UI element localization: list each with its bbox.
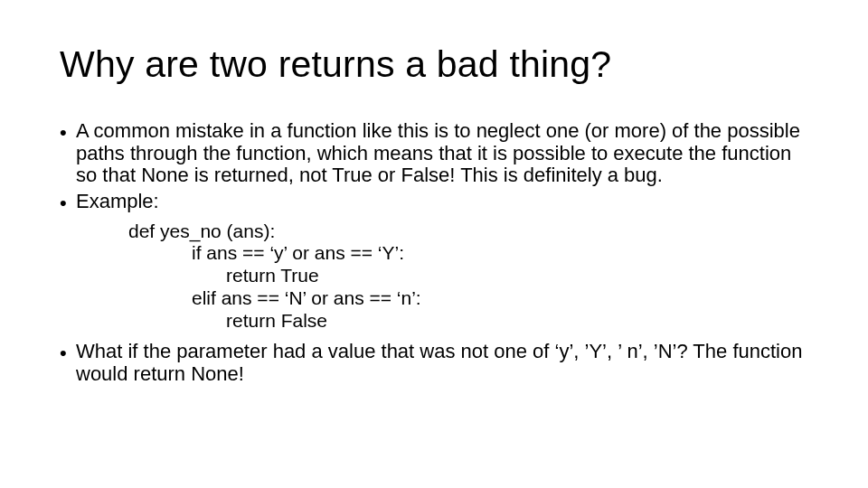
list-item: • A common mistake in a function like th… (60, 120, 808, 187)
bullet-text: Example: (76, 191, 808, 215)
list-item: • What if the parameter had a value that… (60, 341, 808, 385)
bullet-marker: • (60, 191, 76, 215)
list-item: • Example: (60, 191, 808, 215)
bullet-text: What if the parameter had a value that w… (76, 341, 808, 385)
code-line: elif ans == ‘N’ or ans == ‘n’: (128, 287, 808, 310)
bullet-marker: • (60, 120, 76, 187)
code-block: def yes_no (ans): if ans == ‘y’ or ans =… (128, 221, 808, 333)
slide: Why are two returns a bad thing? • A com… (0, 0, 868, 488)
bullet-list: • A common mistake in a function like th… (60, 120, 808, 386)
bullet-marker: • (60, 341, 76, 385)
code-line: return False (128, 310, 808, 333)
code-line: if ans == ‘y’ or ans == ‘Y’: (128, 242, 808, 265)
bullet-text: A common mistake in a function like this… (76, 120, 808, 187)
code-line: def yes_no (ans): (128, 221, 808, 243)
slide-title: Why are two returns a bad thing? (60, 43, 808, 86)
code-line: return True (128, 265, 808, 287)
